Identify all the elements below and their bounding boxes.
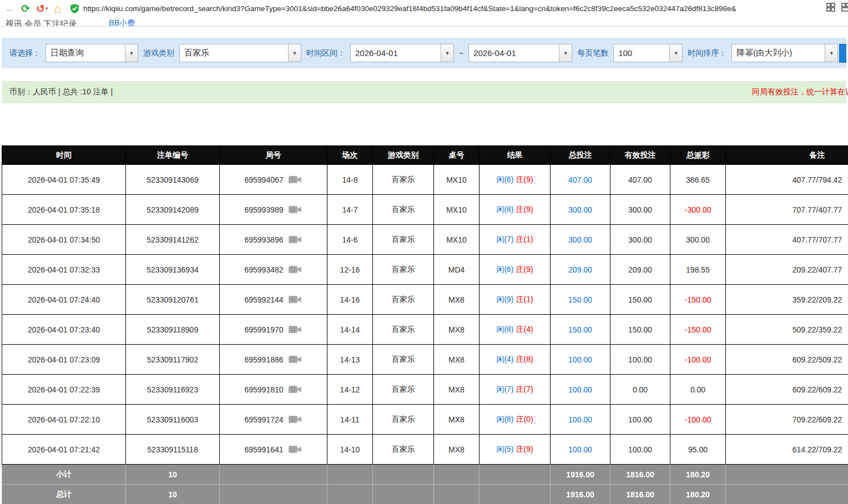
video-replay-icon[interactable] [288, 234, 302, 246]
video-replay-icon[interactable] [288, 414, 302, 426]
query-type-dropdown-button[interactable]: ▼ [125, 44, 138, 62]
total-payout-cell: 180.20 [670, 485, 726, 504]
more-tools-icon[interactable] [841, 3, 848, 14]
bet-id-cell: 523309115118 [126, 435, 220, 465]
game-type-cell: 百家乐 [373, 285, 434, 315]
total-bet-cell: 300.00 [551, 225, 610, 255]
time-cell: 2026-04-01 07:22:10 [2, 405, 126, 435]
remark-cell: 709.22/609.22 [726, 405, 848, 435]
round-cell: 695991641 [220, 435, 327, 465]
table-row: 2026-04-01 07:24:40523309120761695992144… [2, 285, 848, 315]
player-result: 闲(8) [496, 325, 513, 334]
table-no-cell: MX10 [434, 165, 479, 195]
valid-bet-cell: 150.00 [610, 285, 670, 315]
undo-dropdown-icon[interactable]: ▾ [46, 6, 48, 11]
payout-cell: 300.00 [670, 225, 726, 255]
game-type-cell: 百家乐 [373, 435, 434, 465]
date-from-dropdown-button[interactable]: ▼ [441, 44, 453, 62]
video-replay-icon[interactable] [288, 384, 302, 396]
round-cell: 695991810 [220, 375, 327, 405]
valid-bet-cell: 100.00 [610, 405, 670, 435]
bet-record-table: 时间注单编号局号场次游戏类别桌号结果总投注有效投注总派彩备注 2026-04-0… [2, 145, 848, 504]
video-replay-icon[interactable] [288, 354, 302, 366]
undo-group: ↺ ▾ [36, 3, 48, 14]
home-icon[interactable]: ⌂ [54, 3, 61, 14]
video-replay-icon[interactable] [288, 443, 302, 456]
session-cell: 14-7 [327, 195, 373, 225]
page-size-input[interactable] [614, 44, 669, 62]
result-cell: 闲(5)庄(9) [479, 435, 551, 465]
round-cell: 695991970 [220, 315, 327, 345]
payout-cell: -100.00 [670, 345, 726, 375]
back-icon[interactable]: ← [4, 3, 15, 14]
sort-combobox: ▼ [731, 44, 838, 62]
subtotal-table-no-cell [434, 465, 479, 485]
time-cell: 2026-04-01 07:22:39 [2, 375, 126, 405]
round-cell: 695993482 [220, 255, 327, 285]
page-size-dropdown-button[interactable]: ▼ [669, 44, 682, 62]
remark-cell: 359.22/209.22 [726, 285, 848, 315]
session-cell: 14-16 [327, 285, 373, 315]
payout-cell: 198.55 [670, 255, 726, 285]
page-tab-bar: 视讯 会员 下注纪录 BB小费 [0, 17, 848, 27]
extensions-grid-icon[interactable] [826, 3, 835, 14]
remark-cell: 209.22/407.77 [726, 255, 848, 285]
total-bet-cell: 150.00 [551, 285, 610, 315]
total-time-cell: 总计 [2, 485, 126, 504]
sort-input[interactable] [732, 44, 825, 62]
sort-dropdown-button[interactable]: ▼ [825, 44, 837, 62]
tab-bb-tip[interactable]: BB小费 [109, 17, 135, 26]
date-from-input[interactable] [351, 44, 441, 62]
table-row: 2026-04-01 07:22:39523309116923695991810… [2, 375, 848, 405]
subtotal-game-type-cell [373, 465, 434, 485]
banker-result: 庄(7) [516, 385, 533, 394]
payout-cell: 95.00 [670, 435, 726, 465]
session-cell: 12-16 [327, 255, 373, 285]
date-to-input[interactable] [469, 44, 559, 62]
search-button[interactable]: 查询 [839, 44, 846, 63]
valid-bet-cell: 0.00 [610, 375, 670, 405]
video-replay-icon[interactable] [288, 174, 302, 186]
url-bar[interactable]: https://kiqiiu.com/game/betrecord_search… [67, 1, 820, 16]
player-result: 闲(6) [496, 175, 513, 184]
time-cell: 2026-04-01 07:24:40 [2, 285, 126, 315]
refresh-icon[interactable]: ⟳ [21, 3, 30, 14]
round-id: 695993482 [244, 265, 283, 274]
url-text[interactable]: https://kiqiiu.com/game/betrecord_search… [83, 4, 736, 13]
total-table-no-cell [434, 485, 479, 504]
game-type-dropdown-button[interactable]: ▼ [288, 44, 301, 62]
table-row: 2026-04-01 07:23:09523309117902695991886… [2, 345, 848, 375]
banker-result: 庄(9) [516, 445, 533, 453]
summary-currency-count: 币别：人民币 | 总共 :10 注单 | [2, 87, 113, 97]
video-replay-icon[interactable] [288, 204, 302, 216]
chevron-down-icon: ▼ [563, 51, 568, 56]
valid-bet-cell: 100.00 [610, 345, 670, 375]
table-no-cell: MX8 [434, 435, 479, 465]
session-cell: 14-6 [327, 225, 373, 255]
valid-bet-cell: 150.00 [610, 315, 670, 345]
payout-cell: -150.00 [670, 315, 726, 345]
banker-result: 庄(9) [516, 205, 533, 214]
bet-id-cell: 523309142089 [126, 195, 220, 225]
chevron-down-icon: ▼ [829, 51, 834, 56]
time-cell: 2026-04-01 07:35:18 [2, 195, 126, 225]
security-shield-icon [70, 4, 79, 13]
column-header-6: 结果 [479, 146, 551, 165]
column-header-7: 总投注 [551, 146, 610, 165]
undo-icon[interactable]: ↺ [36, 3, 45, 14]
breadcrumb: 视讯 会员 下注纪录 [6, 17, 77, 26]
video-replay-icon[interactable] [288, 264, 302, 276]
table-no-cell: MX8 [434, 405, 479, 435]
subtotal-remark-cell [726, 465, 848, 485]
game-type-input[interactable] [180, 44, 288, 62]
query-type-input[interactable] [46, 44, 125, 62]
result-cell: 闲(6)庄(9) [479, 255, 551, 285]
video-replay-icon[interactable] [288, 324, 302, 336]
round-id: 695991724 [244, 415, 283, 424]
round-cell: 695993896 [220, 225, 327, 255]
round-id: 695994067 [244, 175, 283, 184]
valid-bet-cell: 300.00 [610, 195, 670, 225]
game-type-combobox: ▼ [179, 44, 301, 62]
video-replay-icon[interactable] [288, 294, 302, 306]
date-to-dropdown-button[interactable]: ▼ [559, 44, 572, 62]
